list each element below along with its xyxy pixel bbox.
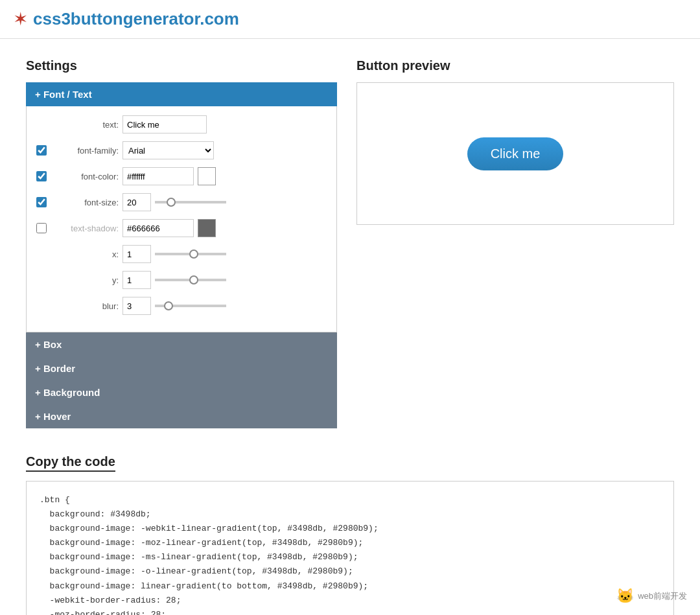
font-family-row: font-family: Arial Verdana Georgia Times…	[33, 141, 330, 159]
accordion-box-header[interactable]: + Box	[26, 332, 337, 356]
blur-slider[interactable]	[155, 305, 226, 307]
font-size-row: font-size:	[33, 193, 330, 211]
accordion-hover: + Hover	[26, 404, 337, 428]
x-label: x:	[54, 249, 119, 259]
code-section: Copy the code .btn { background: #3498db…	[0, 448, 700, 615]
x-slider[interactable]	[155, 253, 226, 255]
font-size-slider[interactable]	[155, 201, 226, 203]
text-shadow-swatch[interactable]	[198, 219, 216, 237]
y-input[interactable]	[122, 271, 151, 289]
preview-title: Button preview	[356, 58, 674, 73]
font-family-checkbox[interactable]	[36, 145, 47, 156]
font-size-checkbox-col	[33, 197, 50, 207]
site-title: css3buttongenerator.com	[33, 9, 239, 29]
blur-label: blur:	[54, 301, 119, 311]
accordion-background: + Background	[26, 380, 337, 404]
font-color-input[interactable]	[122, 167, 194, 185]
font-family-checkbox-col	[33, 145, 50, 156]
accordion-background-label: + Background	[35, 387, 100, 398]
settings-title: Settings	[26, 58, 337, 73]
blur-input[interactable]	[122, 297, 151, 315]
text-label: text:	[54, 120, 119, 130]
y-label: y:	[54, 275, 119, 285]
text-row: text:	[33, 115, 330, 133]
x-input[interactable]	[122, 245, 151, 263]
text-shadow-input[interactable]	[122, 219, 194, 237]
blur-row: blur:	[33, 297, 330, 315]
accordion-border: + Border	[26, 356, 337, 380]
y-row: y:	[33, 271, 330, 289]
watermark-icon: 🐱	[616, 588, 634, 605]
code-block: .btn { background: #3498db; background-i…	[26, 481, 674, 615]
left-panel: Settings + Font / Text text: font-fa	[26, 58, 337, 428]
font-color-swatch[interactable]	[198, 167, 216, 185]
accordion-background-header[interactable]: + Background	[26, 380, 337, 404]
text-shadow-checkbox-col	[33, 223, 50, 233]
accordion-border-header[interactable]: + Border	[26, 356, 337, 380]
accordion-box-label: + Box	[35, 339, 62, 350]
font-color-checkbox[interactable]	[36, 171, 47, 181]
x-row: x:	[33, 245, 330, 263]
preview-button[interactable]: Click me	[467, 137, 564, 170]
accordion-font-text-label: + Font / Text	[35, 89, 92, 100]
font-size-label: font-size:	[54, 198, 119, 207]
preview-box: Click me	[356, 82, 674, 225]
text-shadow-row: text-shadow:	[33, 219, 330, 237]
font-color-label: font-color:	[54, 172, 119, 181]
accordion-hover-label: + Hover	[35, 411, 71, 422]
accordion-font-text-body: text: font-family: Arial Verdana Georgia…	[26, 106, 337, 332]
text-input[interactable]	[122, 115, 207, 133]
code-title: Copy the code	[26, 454, 115, 472]
text-shadow-checkbox[interactable]	[36, 223, 47, 233]
font-color-checkbox-col	[33, 171, 50, 181]
watermark-text: web前端开发	[638, 590, 687, 602]
logo: ✶ css3buttongenerator.com	[13, 9, 239, 29]
font-family-label: font-family:	[54, 146, 119, 156]
right-panel: Button preview Click me	[356, 58, 674, 428]
watermark: 🐱 web前端开发	[616, 588, 687, 605]
text-shadow-label: text-shadow:	[54, 224, 119, 233]
header: ✶ css3buttongenerator.com	[0, 0, 700, 39]
main-content: Settings + Font / Text text: font-fa	[0, 39, 700, 448]
font-size-checkbox[interactable]	[36, 197, 47, 207]
font-color-row: font-color:	[33, 167, 330, 185]
font-size-input[interactable]	[122, 193, 151, 211]
accordion-border-label: + Border	[35, 363, 75, 374]
accordion-font-text-header[interactable]: + Font / Text	[26, 82, 337, 106]
accordion-hover-header[interactable]: + Hover	[26, 404, 337, 428]
font-family-select[interactable]: Arial Verdana Georgia Times New Roman Co…	[122, 141, 214, 159]
accordion-font-text: + Font / Text text: font-family: Arial	[26, 82, 337, 332]
star-icon: ✶	[13, 10, 28, 29]
y-slider[interactable]	[155, 279, 226, 281]
accordion-box: + Box	[26, 332, 337, 356]
